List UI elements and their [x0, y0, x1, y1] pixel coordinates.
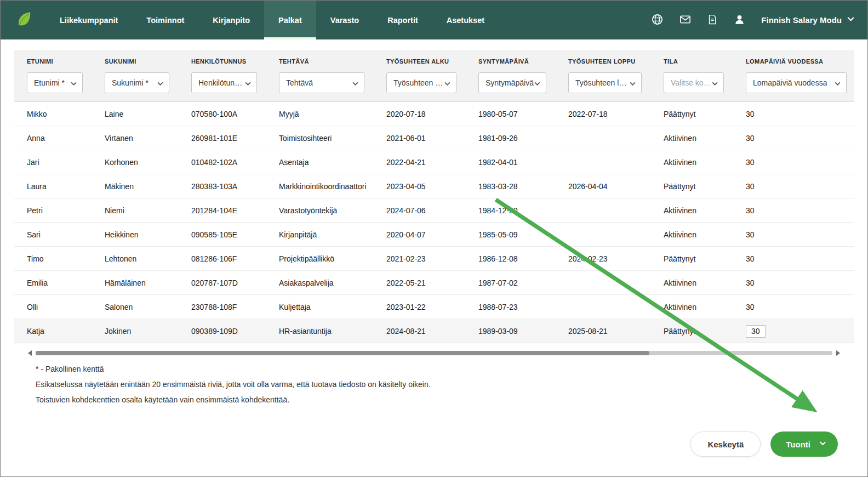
table-cell: Aktiivinen — [650, 303, 733, 311]
mapping-select-lomapaivia-vuodessa[interactable]: Lomapäiviä vuodessa — [746, 72, 847, 93]
chevron-down-icon — [846, 14, 855, 26]
mapping-select-tyosuhteen-loppu[interactable]: Työsuhteen loppu — [568, 72, 642, 93]
table-cell: 1981-09-26 — [465, 134, 555, 143]
table-cell: 2024-08-21 — [373, 327, 465, 336]
scrollbar-track[interactable] — [36, 351, 832, 355]
footer-actions: Keskeytä Tuonti — [690, 431, 838, 457]
documents-button[interactable] — [707, 13, 718, 27]
table-cell: 2020-04-07 — [373, 230, 465, 239]
mapping-select-tyosuhteen-alku[interactable]: Työsuhteen alku * — [386, 72, 456, 93]
table-row: KatjaJokinen090389-109DHR-asiantuntija20… — [14, 319, 854, 343]
table-cell: 2021-02-23 — [373, 254, 465, 263]
nav-item-toiminnot[interactable]: Toiminnot — [132, 1, 198, 39]
table-cell: 30 — [733, 230, 855, 239]
select-value: Valitse kohdekent — [671, 78, 712, 87]
table-cell: Niemi — [92, 206, 178, 215]
messages-button[interactable] — [679, 13, 692, 27]
chevron-down-icon — [819, 439, 827, 449]
top-navbar: Liikekumppanit Toiminnot Kirjanpito Palk… — [1, 1, 867, 39]
table-cell: 1987-07-02 — [465, 279, 555, 287]
table-cell: 1989-03-09 — [465, 327, 555, 336]
nav-item-palkat[interactable]: Palkat — [264, 1, 316, 39]
table-cell: 2026-04-04 — [555, 182, 650, 191]
table-cell: 2022-04-21 — [373, 158, 465, 167]
mapping-select-henkilotunnus[interactable]: Henkilötunnus — [191, 72, 257, 93]
leaf-logo-icon — [15, 10, 33, 31]
note-preview-limit: Esikatselussa näytetään enintään 20 ensi… — [36, 380, 854, 389]
nav-item-liikekumppanit[interactable]: Liikekumppanit — [45, 1, 132, 39]
table-row: PetriNiemi201284-104EVarastotyöntekijä20… — [14, 198, 854, 223]
scroll-left-arrow[interactable] — [28, 350, 32, 356]
select-value: Henkilötunnus — [198, 78, 245, 87]
mail-icon — [679, 13, 692, 27]
chevron-down-icon — [157, 78, 163, 88]
table-cell: Mikko — [14, 110, 92, 118]
note-repeated-fields: Toistuvien kohdekenttien osalta käytetää… — [36, 395, 854, 404]
environment-selector[interactable]: Finnish Salary Modu — [761, 14, 855, 26]
table-cell: Asiakaspalvelija — [266, 279, 373, 287]
column-header-tyosuhteen-alku: TYÖSUHTEEN ALKU — [373, 58, 465, 65]
table-cell: 010482-102A — [178, 158, 266, 167]
table-cell: 30 — [733, 158, 855, 167]
import-preview-panel: ETUNIMI SUKUNIMI HENKILÖTUNNUS TEHTÄVÄ T… — [1, 39, 867, 404]
table-cell: Mäkinen — [92, 182, 178, 191]
preview-notes: * - Pakollinen kenttä Esikatselussa näyt… — [36, 365, 854, 404]
column-header-tila: TILA — [650, 58, 733, 65]
table-cell: 2025-08-21 — [555, 327, 650, 336]
import-button[interactable]: Tuonti — [770, 431, 838, 457]
mapping-select-sukunimi[interactable]: Sukunimi * — [105, 72, 169, 93]
table-cell: 2024-07-06 — [373, 206, 465, 215]
app-window: Liikekumppanit Toiminnot Kirjanpito Palk… — [0, 0, 868, 477]
table-cell: 2022-05-21 — [373, 279, 465, 287]
table-row: SariHeikkinen090585-105EKirjanpitäjä2020… — [14, 223, 854, 247]
table-cell: 30 — [733, 110, 855, 118]
table-row: OlliSalonen230788-108FKuljettaja2023-01-… — [14, 295, 854, 319]
table-row: EmiliaHämäläinen020787-107DAsiakaspalvel… — [14, 271, 854, 295]
mapping-select-tehtava[interactable]: Tehtävä — [279, 72, 364, 93]
table-cell: 30 — [733, 279, 855, 287]
table-cell: Aktiivinen — [650, 134, 733, 143]
table-cell: 30 — [733, 134, 855, 143]
nav-item-kirjanpito[interactable]: Kirjanpito — [198, 1, 264, 39]
nav-item-raportit[interactable]: Raportit — [373, 1, 432, 39]
table-cell: 30 — [733, 182, 855, 191]
table-cell: Katja — [14, 327, 92, 336]
table-cell: Asentaja — [266, 158, 373, 167]
table-cell: 1988-07-23 — [465, 303, 555, 311]
column-header-lomapaivia-vuodessa: LOMAPÄIVIÄ VUODESSA — [733, 58, 855, 65]
table-cell: Jokinen — [92, 327, 178, 336]
mapping-select-etunimi[interactable]: Etunimi * — [27, 72, 83, 93]
mapping-select-tila[interactable]: Valitse kohdekent — [664, 72, 724, 93]
table-header: ETUNIMI SUKUNIMI HENKILÖTUNNUS TEHTÄVÄ T… — [14, 50, 854, 102]
globe-icon — [651, 13, 664, 27]
profile-button[interactable] — [733, 13, 746, 27]
table-cell: Kirjanpitäjä — [266, 230, 373, 239]
table-cell: 230788-108F — [178, 303, 266, 311]
app-logo[interactable] — [1, 1, 45, 39]
nav-item-asetukset[interactable]: Asetukset — [432, 1, 499, 39]
main-menu: Liikekumppanit Toiminnot Kirjanpito Palk… — [45, 1, 499, 39]
table-row: JariKorhonen010482-102AAsentaja2022-04-2… — [14, 150, 854, 174]
table-row: LauraMäkinen280383-103AMarkkinointikoord… — [14, 174, 854, 198]
cancel-button[interactable]: Keskeytä — [690, 431, 761, 457]
nav-item-varasto[interactable]: Varasto — [316, 1, 373, 39]
table-cell: 30 — [733, 303, 855, 311]
table-cell: Aktiivinen — [650, 279, 733, 287]
table-cell: Virtanen — [92, 134, 178, 143]
table-cell: Varastotyöntekijä — [266, 206, 373, 215]
document-icon — [707, 13, 718, 27]
column-header-sukunimi: SUKUNIMI — [92, 58, 178, 65]
table-cell: Aktiivinen — [650, 158, 733, 167]
select-value: Työsuhteen loppu — [575, 78, 630, 87]
language-button[interactable] — [651, 13, 664, 27]
table-cell: Laine — [92, 110, 178, 118]
table-cell: Myyjä — [266, 110, 373, 118]
table-cell: 1986-12-08 — [465, 254, 555, 263]
scroll-right-arrow[interactable] — [836, 350, 840, 356]
table-cell: Laura — [14, 182, 92, 191]
mapping-select-syntymapaiva[interactable]: Syntymäpäivä — [478, 72, 546, 93]
table-cell: Kuljettaja — [266, 303, 373, 311]
chevron-down-icon — [534, 78, 540, 88]
scrollbar-thumb[interactable] — [36, 351, 649, 355]
column-header-syntymapaiva: SYNTYMÄPÄIVÄ — [465, 58, 555, 65]
